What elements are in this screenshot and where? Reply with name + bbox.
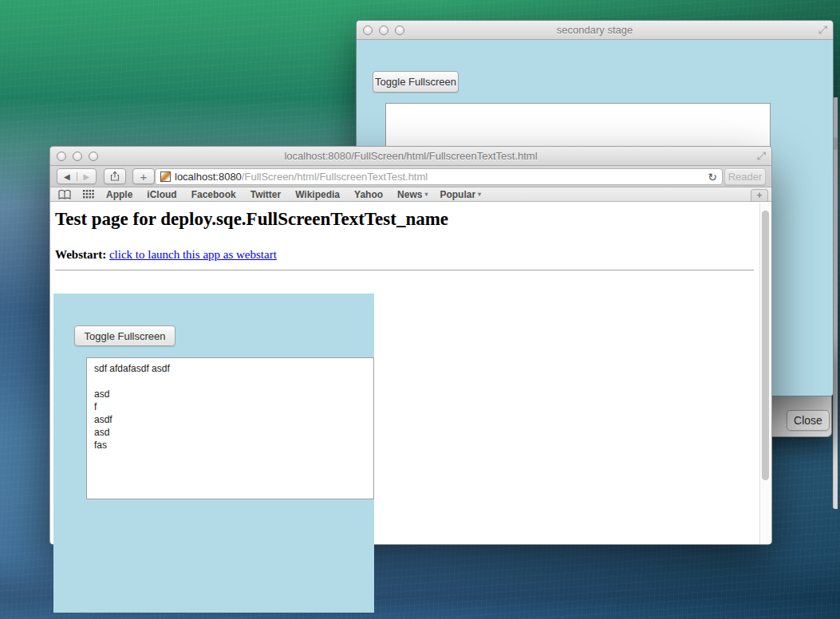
webstart-launch-link[interactable]: click to launch this app as webstart [109, 248, 277, 261]
history-nav-group: ◀ ▶ [57, 168, 97, 184]
bookmark-news[interactable]: News ▾ [397, 189, 428, 200]
bookmark-label: Yahoo [354, 189, 383, 200]
bookmark-popular[interactable]: Popular ▾ [440, 189, 481, 200]
bookmarks-sidebar-icon[interactable] [58, 190, 71, 199]
applet-panel: Toggle Fullscreen sdf afdafasdf asdf asd… [53, 294, 374, 613]
divider [55, 270, 754, 271]
url-host: localhost:8080 [175, 171, 242, 183]
forward-button[interactable]: ▶ [77, 172, 97, 181]
caret-down-icon: ▾ [424, 191, 428, 198]
safari-toolbar: ◀ ▶ + localhost:8080 /FullScreen/html/Fu… [50, 166, 771, 187]
share-icon [109, 171, 120, 182]
safari-window-title: localhost:8080/FullScreen/html/Fullscree… [50, 150, 771, 162]
reload-icon[interactable]: ↻ [708, 171, 717, 183]
page-favicon-icon [160, 172, 171, 182]
bookmark-label: Apple [106, 189, 132, 200]
address-bar[interactable]: localhost:8080 /FullScreen/html/Fullscre… [155, 168, 723, 185]
bookmark-facebook[interactable]: Facebook [191, 189, 239, 200]
share-button[interactable] [104, 168, 126, 184]
bookmark-yahoo[interactable]: Yahoo [354, 189, 385, 200]
webstart-line: Webstart: click to launch this app as we… [55, 248, 277, 262]
fullscreen-resize-icon[interactable]: ⤢ [757, 149, 766, 163]
applet-toggle-fullscreen-button[interactable]: Toggle Fullscreen [74, 325, 175, 346]
secondary-toggle-fullscreen-button[interactable]: Toggle Fullscreen [373, 71, 459, 93]
bookmark-apple[interactable]: Apple [106, 189, 135, 200]
webstart-label: Webstart: [55, 248, 106, 261]
url-path: /FullScreen/html/FullscreenTextTest.html [242, 171, 703, 183]
bookmark-icloud[interactable]: iCloud [147, 189, 179, 200]
secondary-titlebar[interactable]: secondary stage ⤢ [357, 21, 833, 40]
reader-button[interactable]: Reader [724, 168, 766, 185]
safari-titlebar[interactable]: localhost:8080/FullScreen/html/Fullscree… [50, 147, 771, 166]
top-sites-icon[interactable] [83, 190, 94, 199]
desktop: Close secondary stage ⤢ Toggle Fullscree… [0, 0, 840, 619]
secondary-window-title: secondary stage [357, 24, 833, 36]
bookmark-label: Popular [440, 189, 475, 200]
back-button[interactable]: ◀ [57, 172, 77, 181]
bookmarks-bar: Apple iCloud Facebook Twitter Wikipedia … [50, 187, 771, 202]
page-scrollbar-thumb[interactable] [762, 211, 769, 480]
new-tab-button[interactable]: + [132, 168, 155, 184]
applet-textarea[interactable]: sdf afdafasdf asdf asd f asdf asd fas [86, 357, 374, 499]
bookmark-label: Wikipedia [295, 189, 340, 200]
bookmark-label: News [397, 189, 422, 200]
fullscreen-resize-icon[interactable]: ⤢ [818, 23, 827, 37]
page-scrollbar-track[interactable] [759, 203, 771, 544]
caret-down-icon: ▾ [478, 191, 481, 198]
close-button[interactable]: Close [787, 410, 830, 431]
bookmark-label: Twitter [250, 189, 281, 200]
bookmark-label: iCloud [147, 189, 176, 200]
new-tab-tab-button[interactable]: + [751, 189, 768, 201]
bookmark-wikipedia[interactable]: Wikipedia [295, 189, 342, 200]
bookmark-label: Facebook [191, 189, 236, 200]
bookmark-twitter[interactable]: Twitter [250, 189, 283, 200]
page-heading: Test page for deploy.sqe.FullScreenTextT… [55, 209, 448, 230]
